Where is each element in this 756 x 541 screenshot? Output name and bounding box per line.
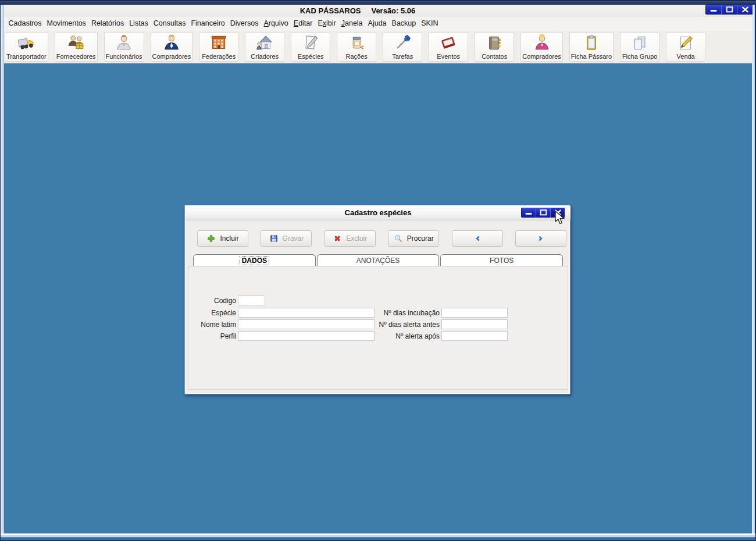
toolbar-button[interactable]: Compradores xyxy=(151,32,193,62)
maximize-icon xyxy=(536,208,551,218)
close-icon xyxy=(738,5,753,15)
menu-item[interactable]: Ajuda xyxy=(365,18,389,29)
field-input[interactable] xyxy=(441,308,508,318)
window-close-button[interactable] xyxy=(737,5,753,15)
field-label: Nº dias alerta antes xyxy=(354,321,441,329)
field-label: Nº dias incubação xyxy=(354,309,441,317)
form-field: Nº dias incubação xyxy=(354,308,508,318)
toolbar-button[interactable]: Venda xyxy=(666,32,705,62)
menu-item[interactable]: Consultas xyxy=(151,18,188,29)
toolbar-button[interactable]: Eventos xyxy=(429,32,468,62)
minimize-icon xyxy=(522,208,536,218)
toolbar-button[interactable]: Fornecedores xyxy=(55,32,98,62)
window-maximize-button[interactable] xyxy=(721,5,737,15)
toolbar-button[interactable]: Contatos xyxy=(475,32,514,62)
dialog-minimize-button[interactable] xyxy=(521,208,536,218)
menu-item[interactable]: SKIN xyxy=(419,18,441,29)
breeder-house-icon xyxy=(255,33,274,53)
tab-content-panel: Codigo Espécie Nome latim Perfil xyxy=(188,266,568,390)
dialog-titlebar[interactable]: Cadastro espécies xyxy=(186,206,570,220)
toolbar-button[interactable]: Compradores xyxy=(520,32,563,62)
dialog-tabs: DADOS ANOTAÇÕES FOTOS xyxy=(193,254,563,266)
chevron-right-icon xyxy=(536,234,545,243)
command-button[interactable]: Excluir xyxy=(324,230,376,247)
toolbar-button[interactable]: Ficha Grupo xyxy=(620,32,659,62)
tab[interactable]: FOTOS xyxy=(440,254,563,266)
field-input[interactable] xyxy=(238,296,265,305)
menu-item[interactable]: Diversos xyxy=(227,18,261,29)
field-label: Nome latim xyxy=(188,321,238,329)
clipboard-icon xyxy=(582,33,601,53)
command-button[interactable]: Procurar xyxy=(388,230,439,247)
window-title: KAD PÁSSAROSVersão: 5.06 xyxy=(0,5,732,17)
menu-item[interactable]: Janela xyxy=(338,18,365,29)
chevron-left-icon xyxy=(473,234,482,243)
command-button[interactable] xyxy=(452,230,503,247)
menu-item[interactable]: Financeiro xyxy=(188,18,227,29)
command-button[interactable]: Incluir xyxy=(197,230,248,247)
cadastro-especies-dialog: Cadastro espécies Incluir Gravar Excluir xyxy=(184,205,570,394)
pencil-sheet-icon xyxy=(676,33,696,53)
field-input[interactable] xyxy=(441,331,508,341)
form-field: Codigo xyxy=(188,296,265,305)
toolbar-button[interactable]: Criadores xyxy=(245,32,284,62)
toolbar-button[interactable]: Ficha Pássaro xyxy=(569,32,614,62)
menu-item[interactable]: Exibir xyxy=(315,18,338,29)
menu-item[interactable]: Backup xyxy=(389,18,419,29)
toolbar: Transportador Fornecedores Funcionários … xyxy=(4,30,752,63)
buyer-pink-icon xyxy=(532,33,552,53)
federation-building-icon xyxy=(209,33,229,53)
search-magnifier-icon xyxy=(394,234,403,243)
form-field: Espécie xyxy=(188,308,375,318)
toolbar-button[interactable]: Transportador xyxy=(5,32,48,62)
maximize-icon xyxy=(722,5,737,15)
window-left-border xyxy=(0,5,4,541)
form-field: Nome latim xyxy=(188,319,375,329)
feed-jar-icon xyxy=(347,33,366,53)
minimize-icon xyxy=(707,5,721,15)
dialog-maximize-button[interactable] xyxy=(536,208,550,218)
menu-bar: Cadastros Movimentos Relatórios Listas C… xyxy=(4,17,752,30)
menu-item[interactable]: Relatórios xyxy=(88,18,126,29)
red-book-icon xyxy=(438,33,458,53)
form-field: Perfil xyxy=(188,331,375,341)
suppliers-icon xyxy=(66,33,86,53)
add-plus-icon xyxy=(206,234,216,243)
window-bottom-border xyxy=(1,533,755,541)
menu-item[interactable]: Arquivo xyxy=(261,18,291,29)
tab[interactable]: ANOTAÇÕES xyxy=(317,254,440,266)
menu-item[interactable]: Listas xyxy=(127,18,151,29)
menu-item[interactable]: Editar xyxy=(291,18,315,29)
form-field: Nº alerta após xyxy=(354,331,508,341)
toolbar-button[interactable]: Espécies xyxy=(291,32,330,62)
address-book-icon xyxy=(484,33,504,53)
buyer-icon xyxy=(162,33,181,53)
menu-item[interactable]: Movimentos xyxy=(44,18,88,29)
species-note-icon xyxy=(301,33,320,53)
window-top-border xyxy=(0,0,756,5)
toolbar-button[interactable]: Rações xyxy=(337,32,376,62)
field-label: Codigo xyxy=(188,297,238,305)
delete-x-icon xyxy=(333,234,342,243)
screwdriver-icon xyxy=(393,33,412,53)
field-label: Espécie xyxy=(188,309,238,317)
employee-icon xyxy=(114,33,134,53)
command-button[interactable] xyxy=(515,230,566,247)
toolbar-button[interactable]: Federações xyxy=(199,32,238,62)
menu-item[interactable]: Cadastros xyxy=(6,18,44,29)
command-button[interactable]: Gravar xyxy=(261,230,312,247)
window-minimize-button[interactable] xyxy=(705,5,721,15)
save-floppy-icon xyxy=(269,234,279,243)
dialog-button-row: Incluir Gravar Excluir Procurar xyxy=(197,230,566,247)
field-label: Nº alerta após xyxy=(354,332,441,340)
dialog-title: Cadastro espécies xyxy=(186,206,570,220)
form-field: Nº dias alerta antes xyxy=(354,319,508,329)
truck-icon xyxy=(16,33,36,53)
window-titlebar: KAD PÁSSAROSVersão: 5.06 xyxy=(4,5,752,17)
field-label: Perfil xyxy=(188,332,238,340)
field-input[interactable] xyxy=(441,319,508,329)
toolbar-button[interactable]: Tarefas xyxy=(383,32,422,62)
tab[interactable]: DADOS xyxy=(193,254,316,266)
sheets-icon xyxy=(630,33,650,53)
toolbar-button[interactable]: Funcionários xyxy=(104,32,144,62)
